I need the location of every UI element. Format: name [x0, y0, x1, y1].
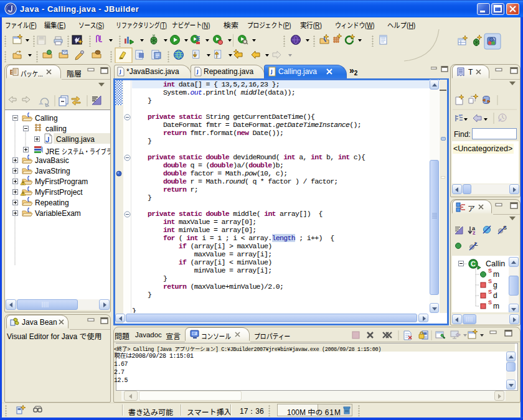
svg-text:C: C [471, 260, 476, 268]
svg-text:S: S [488, 268, 492, 274]
svg-text:z: z [473, 230, 476, 236]
svg-text:S: S [488, 289, 492, 295]
svg-text:S: S [488, 278, 492, 284]
svg-text:S: S [488, 299, 492, 306]
